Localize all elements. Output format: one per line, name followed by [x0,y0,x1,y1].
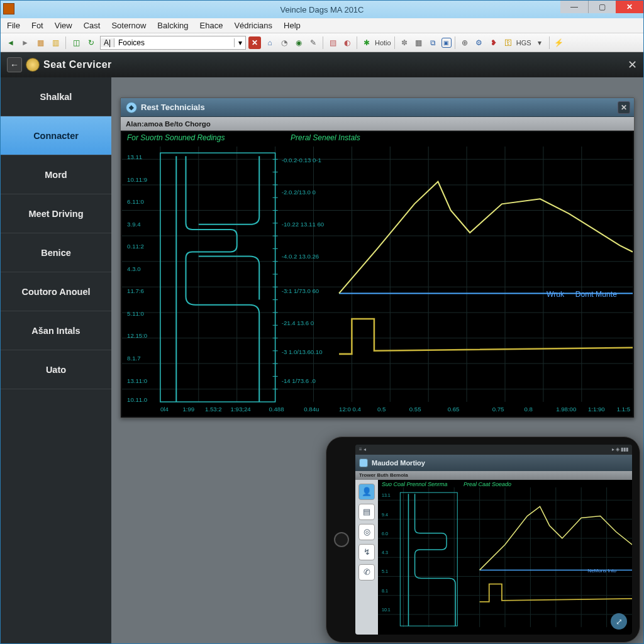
chevron-down-icon[interactable]: ▾ [234,38,245,47]
hotio-label[interactable]: Hotio [375,39,391,47]
svg-text:-4.0.2 13.0.26: -4.0.2 13.0.26 [282,253,319,260]
sidebar-item-shalkal[interactable]: Shalkal [1,77,111,116]
box-icon[interactable]: ▣ [441,38,452,48]
pencil-icon[interactable]: ✎ [307,36,319,49]
menu-fot[interactable]: Fot [31,21,43,30]
sidebar-item-label: Mord [45,170,67,180]
sidebar-item-label: Shalkal [40,92,72,102]
diagnostics-panel: ◆ Rest Technicials ✕ Alan:amoa Be/to Cho… [120,97,635,418]
selector-value: Fooices [114,38,234,47]
calc-icon[interactable]: ▦ [413,36,425,49]
svg-text:4.3.0: 4.3.0 [127,265,140,272]
tablet-plot-captions: Suo Coal Prennol Senrma Preal Caat Soead… [382,481,628,487]
svg-text:1:93;24: 1:93;24 [231,406,252,413]
wifi-icon[interactable]: ◔ [278,36,291,49]
tablet-body: 👤 ▤ ◎ ↯ ✆ Suo Coal Prennol Senrma Preal … [355,480,632,635]
plot-caption-right: Preral Seneel Instals [291,133,628,142]
hgs-label[interactable]: HGS [516,39,531,47]
nav-back-button[interactable]: ◄ [4,36,17,49]
chevron-down-icon[interactable]: ▾ [533,36,546,49]
menu-help[interactable]: Help [284,21,301,30]
minimize-button[interactable]: — [560,1,588,13]
panel-close-button[interactable]: ✕ [618,101,630,114]
tablet-tool-list-icon[interactable]: ▤ [358,504,375,520]
brick-icon[interactable]: ▤ [326,36,339,49]
svg-text:12:0 0.4: 12:0 0.4 [339,406,361,413]
separator [357,36,357,49]
menu-file[interactable]: File [7,21,20,30]
refresh-icon[interactable]: ↻ [85,36,97,49]
separator [455,36,455,49]
sidebar-item-connacter[interactable]: Connacter [1,116,111,155]
sidebar-item-mord[interactable]: Mord [1,155,111,194]
menu-soternow[interactable]: Soternow [111,21,146,30]
page-icon[interactable]: ▥ [49,36,62,49]
tablet-scope-svg: 13.1 9.4 6.0 4.3 5.1 8.1 10.1 NeMons Int… [378,480,632,635]
plus-icon[interactable]: ⊕ [458,36,471,49]
oscilloscope-plot[interactable]: For Suortn Sonuned Redings Preral Seneel… [122,132,633,416]
svg-text:0.84u: 0.84u [304,406,319,413]
tablet-tool-wrench-icon[interactable]: ↯ [358,544,375,560]
tablet-home-button[interactable] [334,532,349,547]
key-icon[interactable]: ⚿ [502,36,514,49]
panel-close-icon[interactable]: ✕ [628,58,637,72]
link-icon[interactable]: ⧉ [427,36,440,49]
tag-icon[interactable]: ❥ [487,36,500,49]
app-icon [3,3,14,14]
menu-ehace[interactable]: Ehace [200,21,223,30]
tablet-statusbar: ≡ ◂ ▸ ◈ ▮▮▮ [355,445,632,455]
sidebar-item-asan-intals[interactable]: Ašan Intals [1,311,111,350]
home-icon[interactable]: ⌂ [264,36,276,49]
tablet-tool-globe-icon[interactable]: ◎ [358,524,375,540]
menu-view[interactable]: View [55,21,72,30]
status-left-icon: ≡ ◂ [359,447,366,452]
titlebar[interactable]: Veincle Dags MA 201C — ▢ ✕ [1,1,643,18]
sidebar-item-label: Connacter [33,131,79,141]
svg-text:13.1: 13.1 [382,493,391,497]
tablet-tool-person-icon[interactable]: 👤 [358,484,375,500]
tablet-expand-button[interactable]: ⤢ [611,613,627,630]
panel-subtitle: Alan:amoa Be/to Chorgo [121,117,634,131]
close-button[interactable]: ✕ [616,1,643,13]
tablet-caption-right: Preal Caat Soeado [464,481,511,487]
sidebar-item-coutoro-anouel[interactable]: Coutoro Anouel [1,272,111,311]
sidebar-item-uato[interactable]: Uato [1,350,111,389]
sidebar-item-label: Benice [41,248,71,258]
gear-icon[interactable]: ⚙ [473,36,486,49]
svg-text:11.7:6: 11.7:6 [127,287,144,294]
separator [394,36,395,49]
sheet-icon[interactable]: ◫ [70,36,82,49]
svg-text:13.11: 13.11 [127,153,142,160]
doc-icon[interactable]: ▦ [34,36,47,49]
tablet-plot[interactable]: Suo Coal Prennol Senrma Preal Caat Soead… [378,480,632,635]
svg-text:0l4: 0l4 [160,406,169,413]
panel-titlebar[interactable]: ◆ Rest Technicials ✕ [121,98,634,117]
menu-cast[interactable]: Cast [84,21,101,30]
tool-a-icon[interactable]: ✽ [398,36,411,49]
svg-text:0.65: 0.65 [448,406,460,413]
sidebar-item-meet-driving[interactable]: Meet Driving [1,194,111,233]
star-icon[interactable]: ✱ [360,36,373,49]
maximize-button[interactable]: ▢ [588,1,616,13]
sidebar-item-benice[interactable]: Benice [1,233,111,272]
window-controls: — ▢ ✕ [560,1,643,13]
palette-icon[interactable]: ◐ [341,36,353,49]
tablet-subtitle-bar: Trower Buth Bemola [355,471,632,480]
nav-fwd-button[interactable]: ► [19,36,31,49]
svg-text:-3 1.0/13.60.10: -3 1.0/13.60.10 [282,348,323,355]
svg-text:0.8: 0.8 [524,406,532,413]
svg-text:12.15:0: 12.15:0 [127,333,147,340]
svg-text:8.1: 8.1 [382,588,388,592]
vehicle-selector[interactable]: A| Fooices ▾ [100,36,246,50]
svg-text:13.11:0: 13.11:0 [127,377,147,384]
tablet-tool-phone-icon[interactable]: ✆ [358,564,375,580]
tablet-titlebar[interactable]: Maudod Mortioy [355,455,632,471]
stop-icon[interactable]: ✕ [248,36,261,49]
back-button[interactable]: ← [7,57,22,72]
tablet-device: ≡ ◂ ▸ ◈ ▮▮▮ Maudod Mortioy Trower Buth B… [326,436,640,643]
menu-vedricians[interactable]: Védricians [234,21,272,30]
menu-balcking[interactable]: Balcking [157,21,188,30]
globe-icon[interactable]: ◉ [292,36,305,49]
bolt-icon[interactable]: ⚡ [553,36,565,49]
panel-subtitle-text: Alan:amoa Be/to Chorgo [126,120,211,128]
